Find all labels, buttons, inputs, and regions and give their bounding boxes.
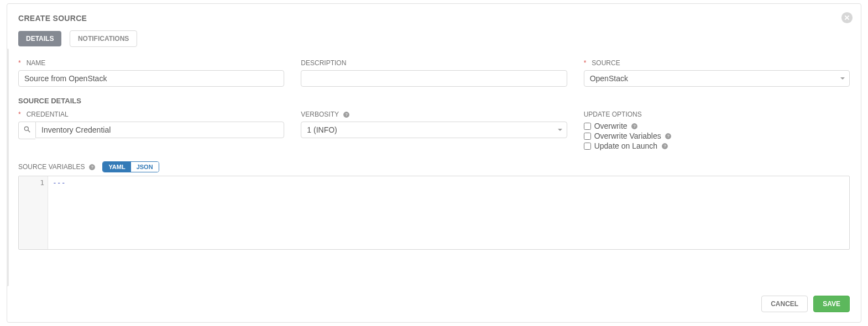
tab-details[interactable]: DETAILS [18, 31, 61, 46]
overwrite-checkbox[interactable] [584, 123, 591, 130]
svg-text:?: ? [345, 112, 347, 117]
help-icon[interactable]: ? [342, 111, 350, 118]
source-variables-editor[interactable]: 1 --- [18, 176, 850, 250]
credential-label: *CREDENTIAL [18, 111, 284, 118]
editor-gutter: 1 [19, 176, 48, 249]
search-icon [23, 125, 31, 135]
tab-notifications[interactable]: NOTIFICATIONS [70, 30, 137, 47]
overwrite-variables-option: Overwrite Variables ? [584, 132, 850, 140]
update-on-launch-text: Update on Launch [594, 141, 657, 150]
source-variables-label: SOURCE VARIABLES ? [18, 163, 96, 171]
editor-code[interactable]: --- [48, 176, 849, 249]
svg-text:?: ? [633, 124, 635, 129]
save-button[interactable]: SAVE [813, 296, 850, 312]
help-icon[interactable]: ? [661, 142, 668, 150]
description-label: DESCRIPTION [301, 59, 567, 67]
svg-text:?: ? [91, 165, 93, 170]
credential-lookup-button[interactable] [18, 122, 35, 139]
help-icon[interactable]: ? [631, 122, 639, 130]
svg-text:?: ? [667, 134, 670, 139]
help-icon[interactable]: ? [665, 132, 672, 140]
yaml-toggle[interactable]: YAML [103, 162, 130, 172]
svg-text:?: ? [663, 144, 666, 149]
source-label: *SOURCE [584, 59, 850, 67]
svg-point-1 [24, 127, 28, 130]
name-input[interactable] [18, 70, 284, 87]
panel-title: CREATE SOURCE [18, 14, 850, 23]
create-source-panel: CREATE SOURCE DETAILS NOTIFICATIONS *NAM… [7, 3, 861, 323]
tabs: DETAILS NOTIFICATIONS [18, 30, 850, 47]
update-options-label: UPDATE OPTIONS [584, 111, 850, 118]
credential-input[interactable] [35, 122, 284, 138]
overwrite-variables-checkbox[interactable] [584, 133, 591, 140]
source-details-header: SOURCE DETAILS [18, 97, 850, 105]
overwrite-variables-text: Overwrite Variables [594, 132, 661, 140]
close-icon[interactable] [841, 12, 853, 24]
source-select[interactable] [584, 70, 850, 87]
name-label: *NAME [18, 59, 284, 67]
left-accent-bar [7, 49, 9, 286]
svg-line-2 [28, 130, 30, 133]
overwrite-text: Overwrite [594, 122, 628, 130]
overwrite-option: Overwrite ? [584, 122, 850, 130]
description-input[interactable] [301, 70, 567, 87]
verbosity-select[interactable] [301, 122, 567, 138]
update-on-launch-option: Update on Launch ? [584, 141, 850, 150]
verbosity-label: VERBOSITY ? [301, 111, 567, 118]
json-toggle[interactable]: JSON [131, 162, 159, 172]
format-toggle: YAML JSON [102, 161, 159, 172]
help-icon[interactable]: ? [88, 163, 96, 171]
cancel-button[interactable]: CANCEL [761, 296, 808, 312]
update-on-launch-checkbox[interactable] [584, 143, 591, 150]
